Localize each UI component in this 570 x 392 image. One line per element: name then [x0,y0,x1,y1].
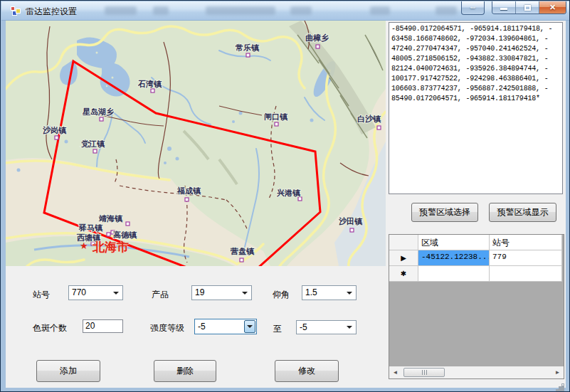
radar-settings-window: 雷达监控设置 ⇔ ✕ [0,0,570,392]
resize-grip-icon[interactable] [562,384,564,386]
town-label: 高德镇 [113,231,137,239]
grid-cell-area[interactable]: -45122.12238... [418,250,490,266]
to-label: 至 [273,323,282,335]
intensity-label: 强度等级 [150,322,184,334]
redacted-text [290,6,312,15]
add-button[interactable]: 添加 [36,360,100,382]
scroll-left-icon[interactable]: ◄ [389,366,401,378]
redacted-text [105,6,137,15]
warning-area-select-button[interactable]: 预警区域选择 [411,203,478,222]
town-label: 常乐镇 [236,43,260,52]
modify-button[interactable]: 修改 [275,360,339,382]
town-label: 石湾镇 [137,80,162,88]
town-label: 沙岗镇 [43,126,67,134]
product-label: 产品 [152,289,169,301]
town-marker-icon [316,45,320,48]
town-marker-icon [93,149,97,153]
town-marker-icon [275,122,278,126]
town-marker-icon [100,117,103,121]
map-view[interactable]: 石湾镇星岛湖乡沙岗镇党江镇常乐镇曲樟乡闸口镇白沙镇福成镇兴港镇沙田镇营盘镇靖海镇… [6,21,386,266]
town-marker-icon [350,228,354,232]
town-label: 白沙镇 [357,115,381,123]
station-combo[interactable]: 770 [68,285,123,300]
town-marker-icon [298,197,302,201]
patch-count-input[interactable]: 20 [83,319,123,333]
town-label: 靖海镇 [98,214,123,223]
grid-new-row[interactable]: ✱ [389,266,564,282]
map-canvas: 石湾镇星岛湖乡沙岗镇党江镇常乐镇曲樟乡闸口镇白沙镇福成镇兴港镇沙田镇营盘镇靖海镇… [6,21,386,266]
town-label: 沙田镇 [339,217,363,226]
maximize-button[interactable] [516,1,539,14]
intensity-to-combo[interactable]: -5 [296,320,357,334]
town-label: 党江镇 [81,139,105,148]
grid-hscrollbar[interactable]: ◄ ► [389,366,564,378]
town-label: 闸口镇 [264,112,288,121]
scrollbar-thumb[interactable] [403,368,445,377]
intensity-combo[interactable]: -5 [194,319,257,334]
city-label: 北海市 [92,240,129,254]
redacted-text [206,6,275,15]
new-row-marker-icon: ✱ [389,266,418,282]
client-area: 石湾镇星岛湖乡沙岗镇党江镇常乐镇曲樟乡闸口镇白沙镇福成镇兴港镇沙田镇营盘镇靖海镇… [6,21,566,388]
town-marker-icon [107,233,110,236]
chevron-down-icon[interactable] [239,287,250,299]
redacted-text [153,6,169,15]
grid-col-station[interactable]: 站号 [490,235,562,250]
window-title: 雷达监控设置 [26,6,77,18]
town-marker-icon [246,53,250,57]
grid-header-row: 区域 站号 [389,235,564,250]
coordinates-textbox[interactable]: -85490.0172064571, -965914.181179418, - … [389,22,563,194]
grid-row-1[interactable]: ▶ -45122.12238... 779 [389,250,564,266]
redacted-text [370,6,390,15]
titlebar[interactable]: 雷达监控设置 ⇔ ✕ [1,1,570,21]
town-label: 星岛湖乡 [82,107,114,116]
warning-area-grid[interactable]: 区域 站号 ▶ -45122.12238... 779 ✱ ◄ ► [389,234,564,379]
minimize-button[interactable] [492,1,516,14]
chevron-down-icon[interactable] [344,287,355,299]
maximize-icon [524,5,531,11]
grid-empty-area [389,282,564,367]
town-marker-icon [377,126,381,129]
grid-cell-station[interactable]: 779 [490,250,562,266]
close-button[interactable]: ✕ [539,1,566,14]
redacted-text [436,6,457,15]
town-marker-icon [55,136,58,139]
town-label: 曲樟乡 [305,33,329,42]
warning-area-display-button[interactable]: 预警区域显示 [489,203,556,222]
grid-corner-cell [389,235,418,250]
chevron-down-icon[interactable] [344,322,355,333]
resize-toggle-icon[interactable]: ⇔ [461,1,485,15]
product-combo[interactable]: 19 [191,285,252,300]
app-form-icon [10,6,21,17]
town-label: 兴港镇 [276,189,301,197]
town-marker-icon [185,198,189,201]
station-label: 站号 [33,289,50,301]
town-marker-icon [126,222,130,226]
chevron-down-icon[interactable] [110,287,122,299]
delete-button[interactable]: 删除 [154,360,216,382]
current-row-marker-icon: ▶ [389,250,418,266]
minimize-icon [500,8,507,10]
town-label: 营盘镇 [230,247,255,255]
chevron-down-icon[interactable] [244,320,255,333]
town-marker-icon [151,89,154,92]
town-label: 驿马镇 [78,223,103,232]
grid-col-area[interactable]: 区域 [418,235,490,250]
elevation-combo[interactable]: 1.5 [302,285,357,300]
elevation-label: 仰角 [273,289,290,301]
town-label: 福成镇 [176,186,201,195]
scroll-right-icon[interactable]: ► [551,366,564,378]
city-star-icon: ★ [80,240,88,251]
patch-count-label: 色斑个数 [33,322,67,334]
town-marker-icon [240,258,243,262]
